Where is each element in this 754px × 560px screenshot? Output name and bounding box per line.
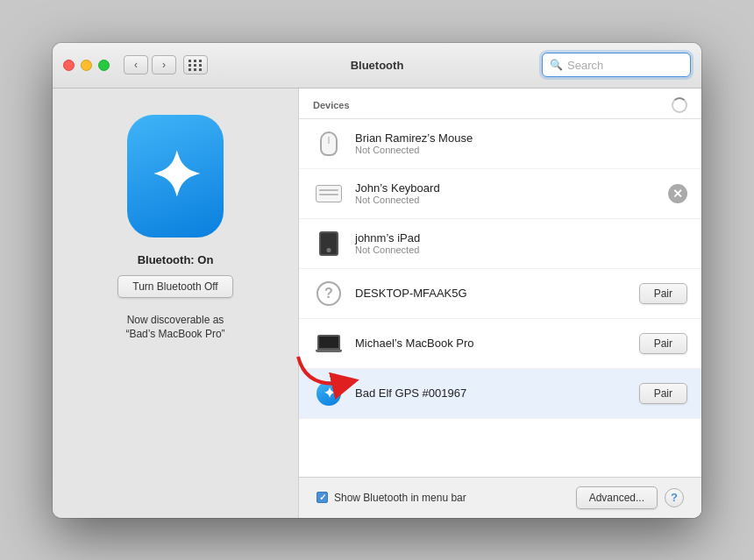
device-status: Not Connected bbox=[355, 195, 668, 205]
checkbox-area: ✓ Show Bluetooth in menu bar bbox=[317, 492, 466, 504]
traffic-lights bbox=[63, 60, 110, 71]
device-action: ✕ bbox=[668, 184, 687, 203]
device-name: Bad Elf GPS #001967 bbox=[355, 386, 639, 400]
grid-icon bbox=[188, 60, 203, 71]
back-button[interactable]: ‹ bbox=[124, 55, 148, 74]
window-title: Bluetooth bbox=[351, 59, 404, 72]
show-bluetooth-checkbox[interactable]: ✓ bbox=[317, 492, 328, 503]
device-action: Pair bbox=[639, 283, 687, 304]
search-input[interactable] bbox=[567, 59, 683, 72]
titlebar: ‹ › Bluetooth 🔍 bbox=[53, 43, 701, 89]
bluetooth-icon-container: ✦ bbox=[127, 115, 224, 237]
pair-button[interactable]: Pair bbox=[639, 383, 687, 404]
device-icon-question: ? bbox=[313, 278, 345, 309]
keyboard-icon bbox=[316, 185, 342, 202]
bottom-right: Advanced... ? bbox=[576, 486, 684, 509]
device-action: Pair bbox=[639, 383, 687, 404]
bluetooth-symbol: ✦ bbox=[150, 145, 202, 207]
remove-device-button[interactable]: ✕ bbox=[668, 184, 687, 203]
device-icon-keyboard bbox=[313, 178, 345, 209]
devices-label: Devices bbox=[313, 100, 350, 110]
right-panel: Devices Brian Ramirez’s Mouse Not Connec… bbox=[298, 89, 701, 518]
table-row: Brian Ramirez’s Mouse Not Connected bbox=[299, 119, 701, 169]
turn-bluetooth-off-button[interactable]: Turn Bluetooth Off bbox=[117, 275, 232, 298]
table-row: Michael’s MacBook Pro Pair bbox=[299, 319, 701, 369]
device-info: John’s Keyboard Not Connected bbox=[355, 181, 668, 205]
laptop-icon bbox=[316, 335, 342, 352]
checkmark-icon: ✓ bbox=[319, 493, 326, 502]
advanced-button[interactable]: Advanced... bbox=[576, 486, 658, 509]
device-status: Not Connected bbox=[355, 145, 687, 155]
help-button[interactable]: ? bbox=[665, 488, 684, 507]
device-info: Bad Elf GPS #001967 bbox=[355, 386, 639, 400]
discoverable-name: “Bad’s MacBook Pro” bbox=[125, 328, 224, 340]
device-status: Not Connected bbox=[355, 245, 687, 255]
devices-header: Devices bbox=[299, 89, 701, 119]
window-body: ✦ Bluetooth: On Turn Bluetooth Off Now d… bbox=[53, 89, 701, 518]
question-icon: ? bbox=[317, 281, 341, 306]
bluetooth-status: Bluetooth: On bbox=[138, 253, 214, 266]
discoverable-text: Now discoverable as bbox=[127, 312, 224, 328]
search-icon: 🔍 bbox=[550, 59, 563, 71]
device-info: DESKTOP-MFAAK5G bbox=[355, 287, 639, 300]
bluetooth-device-icon: ✦ bbox=[317, 381, 341, 406]
device-name: johnm’s iPad bbox=[355, 231, 687, 245]
device-name: Brian Ramirez’s Mouse bbox=[355, 131, 687, 145]
device-info: johnm’s iPad Not Connected bbox=[355, 231, 687, 255]
search-box[interactable]: 🔍 bbox=[542, 53, 691, 77]
forward-button[interactable]: › bbox=[152, 55, 176, 74]
right-panel-wrapper: Devices Brian Ramirez’s Mouse Not Connec… bbox=[298, 89, 701, 518]
device-list: Brian Ramirez’s Mouse Not Connected John… bbox=[299, 119, 701, 477]
device-info: Michael’s MacBook Pro bbox=[355, 337, 639, 350]
left-panel: ✦ Bluetooth: On Turn Bluetooth Off Now d… bbox=[53, 89, 298, 518]
mouse-icon bbox=[320, 131, 338, 156]
device-icon-ipad bbox=[313, 228, 345, 259]
maximize-button[interactable] bbox=[98, 60, 110, 71]
device-icon-laptop bbox=[313, 328, 345, 359]
minimize-button[interactable] bbox=[81, 60, 92, 71]
table-row: ✦ Bad Elf GPS #001967 Pair bbox=[299, 369, 701, 419]
pair-button[interactable]: Pair bbox=[639, 333, 687, 354]
device-name: Michael’s MacBook Pro bbox=[355, 337, 639, 350]
device-icon-mouse bbox=[313, 128, 345, 159]
main-window: ‹ › Bluetooth 🔍 ✦ Bluetooth: On Turn Blu… bbox=[53, 43, 701, 518]
table-row: John’s Keyboard Not Connected ✕ bbox=[299, 169, 701, 219]
device-name: DESKTOP-MFAAK5G bbox=[355, 287, 639, 300]
loading-spinner bbox=[672, 97, 687, 113]
device-action: Pair bbox=[639, 333, 687, 354]
device-name: John’s Keyboard bbox=[355, 181, 668, 195]
grid-view-button[interactable] bbox=[183, 55, 208, 74]
device-icon-bluetooth: ✦ bbox=[313, 378, 345, 409]
device-info: Brian Ramirez’s Mouse Not Connected bbox=[355, 131, 687, 155]
ipad-icon bbox=[319, 231, 338, 256]
pair-button[interactable]: Pair bbox=[639, 283, 687, 304]
table-row: johnm’s iPad Not Connected bbox=[299, 219, 701, 269]
nav-buttons: ‹ › bbox=[124, 55, 176, 74]
bottom-bar: ✓ Show Bluetooth in menu bar Advanced...… bbox=[299, 477, 701, 518]
table-row: ? DESKTOP-MFAAK5G Pair bbox=[299, 269, 701, 319]
checkbox-label: Show Bluetooth in menu bar bbox=[334, 492, 466, 504]
close-button[interactable] bbox=[63, 60, 75, 71]
